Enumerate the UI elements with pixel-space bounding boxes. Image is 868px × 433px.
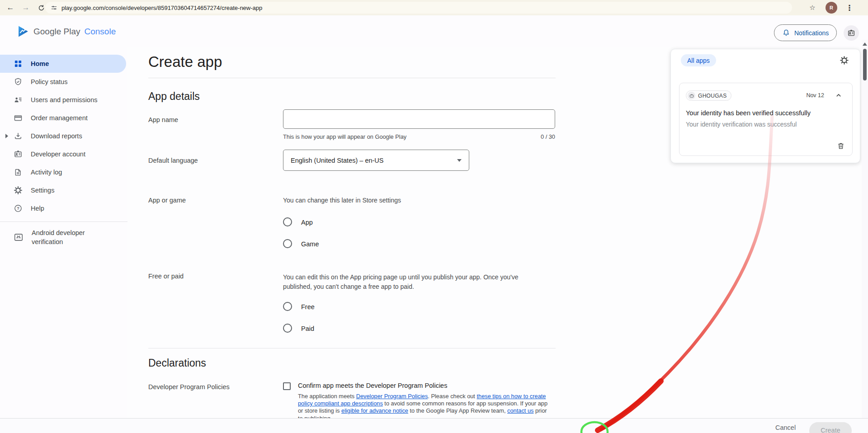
svg-text:?: ?: [17, 206, 19, 211]
app-name-input[interactable]: [283, 109, 555, 129]
default-language-label: Default language: [148, 157, 198, 164]
notification-settings-gear-icon[interactable]: [840, 56, 849, 65]
notifications-label: Notifications: [794, 29, 829, 37]
logo-text-console: Console: [85, 27, 116, 37]
radio-game[interactable]: [283, 239, 292, 248]
delete-notification-icon[interactable]: [837, 142, 845, 150]
download-icon: [14, 132, 23, 141]
radio-free[interactable]: [283, 302, 292, 311]
help-icon: ?: [14, 204, 23, 213]
red-annotation-stroke: [601, 117, 772, 429]
notification-date: Nov 12: [806, 92, 824, 99]
avatar[interactable]: R: [826, 2, 837, 14]
app-or-game-helper: You can change this later in Store setti…: [283, 197, 401, 204]
contact-us-link[interactable]: contact us: [507, 407, 533, 414]
scrollbar-up-arrow-icon[interactable]: [863, 42, 867, 46]
sidebar-item-label: Policy status: [31, 78, 67, 85]
sidebar-item-label: Settings: [31, 187, 54, 194]
title-divider: [148, 78, 556, 78]
developer-program-policies-link[interactable]: Developer Program Policies: [356, 393, 428, 400]
sidebar-divider: [0, 221, 127, 222]
id-badge-icon: [847, 29, 855, 37]
url-bar[interactable]: play.google.com/console/developers/85917…: [45, 2, 792, 14]
reload-icon[interactable]: [36, 3, 46, 13]
sidebar-item-android-developer-verification[interactable]: Android developer verification: [0, 228, 127, 246]
logo-text-google-play: Google Play: [33, 27, 80, 37]
app-or-game-label: App or game: [148, 197, 186, 204]
play-console-logo[interactable]: Google Play Console: [17, 15, 116, 47]
url-text: play.google.com/console/developers/85917…: [61, 5, 262, 11]
site-info-icon[interactable]: [51, 5, 57, 11]
sidebar: Home Policy status Users and permissions…: [0, 47, 127, 433]
scrollbar-thumb[interactable]: [863, 49, 867, 80]
back-icon[interactable]: ←: [5, 3, 15, 13]
sidebar-item-users-permissions[interactable]: Users and permissions: [0, 91, 127, 109]
app-details-heading: App details: [148, 90, 200, 103]
expand-caret-icon[interactable]: [5, 134, 8, 138]
note-text: The application meets: [298, 393, 356, 400]
home-grid-icon: [14, 59, 23, 68]
radio-game-label: Game: [301, 240, 319, 248]
forward-icon[interactable]: →: [21, 3, 31, 13]
advance-notice-link[interactable]: eligible for advance notice: [341, 407, 408, 414]
bookmark-star-icon[interactable]: ☆: [807, 3, 817, 13]
sidebar-item-settings[interactable]: Settings: [0, 181, 127, 199]
android-verification-icon: [14, 232, 24, 242]
developer-program-policies-label: Developer Program Policies: [148, 383, 230, 391]
radio-app[interactable]: [283, 217, 292, 226]
sidebar-item-label: Activity log: [31, 169, 62, 176]
sidebar-item-developer-account[interactable]: Developer account: [0, 145, 127, 163]
sidebar-item-home[interactable]: Home: [0, 55, 126, 73]
notifications-panel: All apps GHOUGAS Nov 12 Your identity ha…: [670, 49, 860, 163]
sidebar-item-label: Developer account: [31, 151, 85, 158]
policy-checkbox[interactable]: [283, 382, 291, 390]
app-chip[interactable]: GHOUGAS: [686, 90, 731, 101]
all-apps-filter-chip[interactable]: All apps: [681, 54, 716, 66]
cancel-button[interactable]: Cancel: [775, 424, 796, 431]
note-text: . Please check out: [428, 393, 476, 400]
free-or-paid-label: Free or paid: [148, 273, 184, 280]
free-or-paid-helper: You can edit this on the App pricing pag…: [283, 273, 536, 292]
sidebar-item-label: Download reports: [31, 132, 82, 140]
sidebar-item-label: Order management: [31, 114, 88, 122]
notification-title: Your identity has been verified successf…: [686, 109, 811, 117]
sidebar-item-help[interactable]: ? Help: [0, 199, 127, 217]
sidebar-item-download-reports[interactable]: Download reports: [0, 127, 127, 145]
browser-menu-icon[interactable]: ⋮: [844, 3, 854, 13]
radio-paid[interactable]: [283, 324, 292, 333]
footer-bar: Cancel Create: [0, 418, 868, 433]
character-counter: 0 / 30: [511, 133, 555, 140]
default-language-select[interactable]: English (United States) – en-US: [283, 150, 469, 171]
sidebar-item-label: Home: [31, 60, 49, 67]
users-icon: [14, 95, 23, 104]
policy-checkbox-label: Confirm app meets the Developer Program …: [298, 382, 447, 389]
notification-card[interactable]: GHOUGAS Nov 12 Your identity has been ve…: [679, 83, 853, 156]
chevron-up-icon[interactable]: [834, 91, 843, 100]
sidebar-item-order-management[interactable]: Order management: [0, 109, 127, 127]
create-button[interactable]: Create: [809, 422, 852, 433]
sidebar-item-activity-log[interactable]: Activity log: [0, 163, 127, 181]
document-icon: [14, 168, 23, 177]
sidebar-item-policy-status[interactable]: Policy status: [0, 73, 127, 91]
briefcase-icon: [688, 92, 695, 99]
browser-toolbar: ← → play.google.com/console/developers/8…: [0, 0, 868, 15]
badge-icon: [14, 150, 23, 159]
notifications-button[interactable]: Notifications: [774, 24, 837, 41]
gear-icon: [14, 186, 23, 195]
sidebar-item-label: Help: [31, 205, 44, 212]
radio-paid-label: Paid: [301, 325, 314, 332]
note-text: to the Google Play App Review team,: [408, 407, 507, 414]
radio-app-label: App: [301, 219, 313, 226]
app-header: Google Play Console Notifications: [0, 15, 868, 47]
page-scrollbar[interactable]: [862, 40, 868, 433]
account-badge-button[interactable]: [844, 25, 859, 41]
page-title: Create app: [148, 53, 222, 71]
chevron-down-icon: [457, 159, 462, 162]
sidebar-item-label: Android developer verification: [32, 228, 99, 246]
app-name-helper: This is how your app will appear on Goog…: [283, 133, 406, 140]
app-name-label: App name: [148, 116, 178, 123]
play-logo-icon: [17, 25, 29, 38]
radio-free-label: Free: [301, 303, 315, 311]
credit-card-icon: [14, 113, 23, 122]
sidebar-item-label: Users and permissions: [31, 96, 97, 104]
